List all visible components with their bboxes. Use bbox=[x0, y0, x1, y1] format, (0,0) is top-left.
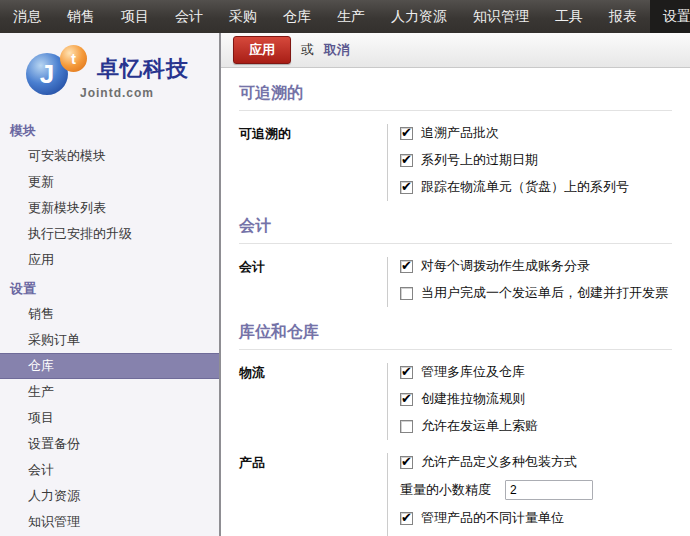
checkbox[interactable] bbox=[400, 393, 413, 406]
sidebar-item-accounting[interactable]: 会计 bbox=[0, 457, 219, 483]
company-name: 卓忆科技 bbox=[97, 54, 189, 84]
form-toolbar: 应用 或 取消 bbox=[221, 33, 690, 68]
form-group-products: 产品 允许产品定义多种包装方式 重量的小数精度 管理产品的不同计量单位 bbox=[239, 453, 672, 536]
form-group-logistics: 物流 管理多库位及仓库 创建推拉物流规则 允许在发运单上索赔 bbox=[239, 363, 672, 440]
menu-item-tools[interactable]: 工具 bbox=[542, 0, 596, 33]
weight-precision-input[interactable] bbox=[505, 480, 593, 500]
checkbox-row-multiple-packaging[interactable]: 允许产品定义多种包装方式 bbox=[400, 453, 672, 471]
field-label: 重量的小数精度 bbox=[400, 481, 491, 499]
sidebar-item-purchase-orders[interactable]: 采购订单 bbox=[0, 327, 219, 353]
section-title-traceability: 可追溯的 bbox=[239, 83, 672, 111]
company-domain: Jointd.com bbox=[80, 86, 154, 100]
group-label: 产品 bbox=[239, 453, 387, 536]
sidebar-item-hr[interactable]: 人力资源 bbox=[0, 483, 219, 509]
checkbox-row-uom[interactable]: 管理产品的不同计量单位 bbox=[400, 509, 672, 527]
group-items: 对每个调拨动作生成账务分录 当用户完成一个发运单后，创建并打开发票 bbox=[387, 257, 672, 307]
checkbox-row-expiry-dates[interactable]: 系列号上的过期日期 bbox=[400, 151, 672, 169]
sidebar-item-apply-scheduled-upgrades[interactable]: 执行已安排的升级 bbox=[0, 221, 219, 247]
menu-item-hr[interactable]: 人力资源 bbox=[378, 0, 460, 33]
checkbox[interactable] bbox=[400, 456, 413, 469]
logo-sphere-orange-icon: t bbox=[60, 45, 87, 72]
checkbox-row-journal-entries[interactable]: 对每个调拨动作生成账务分录 bbox=[400, 257, 672, 275]
menu-item-reports[interactable]: 报表 bbox=[596, 0, 650, 33]
menu-item-knowledge[interactable]: 知识管理 bbox=[460, 0, 542, 33]
form-group-traceability: 可追溯的 追溯产品批次 系列号上的过期日期 跟踪在物流单元（货盘）上的系列 bbox=[239, 124, 672, 201]
group-items: 管理多库位及仓库 创建推拉物流规则 允许在发运单上索赔 bbox=[387, 363, 672, 440]
field-row-weight-precision: 重量的小数精度 bbox=[400, 480, 672, 500]
logo-letter-j: J bbox=[40, 59, 54, 90]
checkbox-label: 跟踪在物流单元（货盘）上的系列号 bbox=[421, 178, 629, 196]
group-label: 物流 bbox=[239, 363, 387, 440]
checkbox-label: 系列号上的过期日期 bbox=[421, 151, 538, 169]
sidebar-item-update[interactable]: 更新 bbox=[0, 169, 219, 195]
checkbox-row-invoice-on-delivery[interactable]: 当用户完成一个发运单后，创建并打开发票 bbox=[400, 284, 672, 302]
sidebar: J t 卓忆科技 Jointd.com 模块 可安装的模块 更新 更新模块列表 … bbox=[0, 33, 221, 536]
checkbox[interactable] bbox=[400, 127, 413, 140]
group-label: 会计 bbox=[239, 257, 387, 307]
sidebar-item-knowledge[interactable]: 知识管理 bbox=[0, 509, 219, 535]
checkbox[interactable] bbox=[400, 181, 413, 194]
sidebar-section-settings: 设置 销售 采购订单 仓库 生产 项目 设置备份 会计 人力资源 知识管理 常规… bbox=[0, 273, 219, 536]
menu-item-warehouse[interactable]: 仓库 bbox=[270, 0, 324, 33]
checkbox-row-push-pull-rules[interactable]: 创建推拉物流规则 bbox=[400, 390, 672, 408]
checkbox-label: 允许产品定义多种包装方式 bbox=[421, 453, 577, 471]
menu-item-purchase[interactable]: 采购 bbox=[216, 0, 270, 33]
group-items: 允许产品定义多种包装方式 重量的小数精度 管理产品的不同计量单位 开票 bbox=[387, 453, 672, 536]
menu-item-sales[interactable]: 销售 bbox=[54, 0, 108, 33]
form-group-accounting: 会计 对每个调拨动作生成账务分录 当用户完成一个发运单后，创建并打开发票 bbox=[239, 257, 672, 307]
main-content: 应用 或 取消 可追溯的 可追溯的 追溯产品批次 系列号上的过期日 bbox=[221, 33, 690, 536]
checkbox[interactable] bbox=[400, 366, 413, 379]
checkbox-row-multi-locations[interactable]: 管理多库位及仓库 bbox=[400, 363, 672, 381]
checkbox[interactable] bbox=[400, 260, 413, 273]
sidebar-item-sales[interactable]: 销售 bbox=[0, 301, 219, 327]
sidebar-section-title: 设置 bbox=[0, 273, 219, 301]
menu-item-project[interactable]: 项目 bbox=[108, 0, 162, 33]
sidebar-item-project[interactable]: 项目 bbox=[0, 405, 219, 431]
company-logo: J t 卓忆科技 Jointd.com bbox=[0, 41, 219, 115]
checkbox-label: 对每个调拨动作生成账务分录 bbox=[421, 257, 590, 275]
checkbox-label: 当用户完成一个发运单后，创建并打开发票 bbox=[421, 284, 668, 302]
sidebar-item-settings-backup[interactable]: 设置备份 bbox=[0, 431, 219, 457]
apply-button[interactable]: 应用 bbox=[233, 36, 291, 64]
group-items: 追溯产品批次 系列号上的过期日期 跟踪在物流单元（货盘）上的系列号 bbox=[387, 124, 672, 201]
checkbox-row-claims-on-delivery[interactable]: 允许在发运单上索赔 bbox=[400, 417, 672, 435]
checkbox-label: 管理多库位及仓库 bbox=[421, 363, 525, 381]
group-label: 可追溯的 bbox=[239, 124, 387, 201]
checkbox[interactable] bbox=[400, 512, 413, 525]
menu-item-manufacturing[interactable]: 生产 bbox=[324, 0, 378, 33]
menu-item-messages[interactable]: 消息 bbox=[0, 0, 54, 33]
settings-form: 可追溯的 可追溯的 追溯产品批次 系列号上的过期日期 bbox=[221, 68, 690, 536]
sidebar-item-installable-modules[interactable]: 可安装的模块 bbox=[0, 143, 219, 169]
section-title-locations-warehouse: 库位和仓库 bbox=[239, 322, 672, 350]
checkbox-row-track-lots[interactable]: 追溯产品批次 bbox=[400, 124, 672, 142]
cancel-link[interactable]: 取消 bbox=[324, 41, 350, 59]
checkbox-label: 管理产品的不同计量单位 bbox=[421, 509, 564, 527]
checkbox[interactable] bbox=[400, 420, 413, 433]
sidebar-item-warehouse[interactable]: 仓库 bbox=[0, 353, 219, 379]
checkbox[interactable] bbox=[400, 154, 413, 167]
logo-letter-t: t bbox=[71, 50, 76, 67]
menu-item-settings[interactable]: 设置 bbox=[650, 0, 690, 33]
app-window: 消息 销售 项目 会计 采购 仓库 生产 人力资源 知识管理 工具 报表 设置 … bbox=[0, 0, 690, 536]
sidebar-section-modules: 模块 可安装的模块 更新 更新模块列表 执行已安排的升级 应用 bbox=[0, 115, 219, 273]
sidebar-item-apply[interactable]: 应用 bbox=[0, 247, 219, 273]
sidebar-section-title: 模块 bbox=[0, 115, 219, 143]
checkbox-label: 创建推拉物流规则 bbox=[421, 390, 525, 408]
checkbox-row-track-pallets[interactable]: 跟踪在物流单元（货盘）上的系列号 bbox=[400, 178, 672, 196]
checkbox[interactable] bbox=[400, 287, 413, 300]
checkbox-label: 允许在发运单上索赔 bbox=[421, 417, 538, 435]
section-title-accounting: 会计 bbox=[239, 216, 672, 244]
sidebar-item-manufacturing[interactable]: 生产 bbox=[0, 379, 219, 405]
top-menu-bar: 消息 销售 项目 会计 采购 仓库 生产 人力资源 知识管理 工具 报表 设置 bbox=[0, 0, 690, 33]
sidebar-item-update-module-list[interactable]: 更新模块列表 bbox=[0, 195, 219, 221]
checkbox-label: 追溯产品批次 bbox=[421, 124, 499, 142]
or-label: 或 bbox=[301, 41, 314, 59]
menu-item-accounting[interactable]: 会计 bbox=[162, 0, 216, 33]
